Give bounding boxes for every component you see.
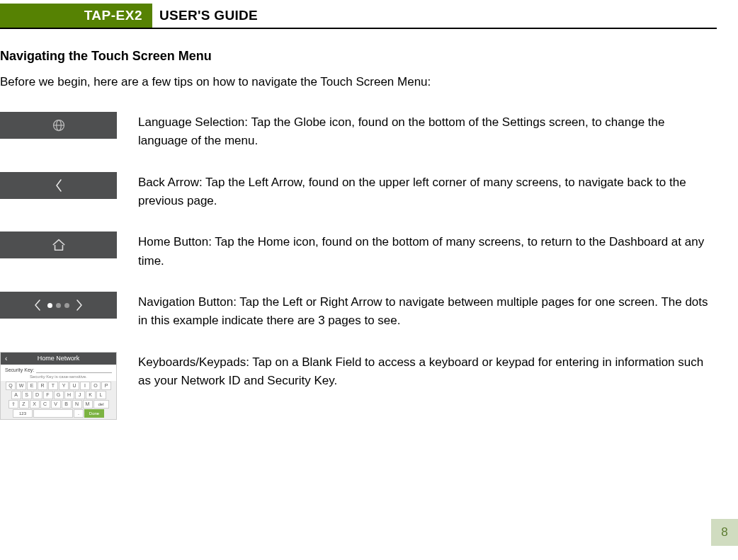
page-header: TAP-EX2 USER'S GUIDE — [0, 4, 717, 29]
item-desc: Home Button: Tap the Home icon, found on… — [138, 232, 717, 270]
nav-button-thumb — [0, 292, 117, 319]
key: G — [54, 391, 64, 399]
home-icon — [51, 238, 67, 252]
key: X — [30, 400, 40, 408]
key: del — [93, 400, 109, 408]
key: V — [51, 400, 61, 408]
item-navigation-button: Navigation Button: Tap the Left or Right… — [0, 292, 717, 331]
chevron-right-icon — [75, 298, 84, 312]
product-tab: TAP-EX2 — [0, 4, 152, 28]
key-num: 123 — [13, 409, 33, 418]
keyboard-thumb: ‹ Home Network Security Key: Security Ke… — [0, 352, 117, 420]
key: N — [72, 400, 82, 408]
key: E — [27, 382, 37, 390]
item-keyboard: ‹ Home Network Security Key: Security Ke… — [0, 352, 717, 420]
keyboard-field-value — [36, 367, 112, 373]
chevron-left-icon — [33, 298, 42, 312]
key: R — [38, 382, 47, 390]
key: Q — [6, 382, 16, 390]
key: J — [75, 391, 85, 399]
dot-inactive — [56, 303, 61, 308]
intro-text: Before we begin, here are a few tips on … — [0, 75, 717, 89]
keyboard-title: Home Network — [1, 355, 116, 362]
key: K — [86, 391, 96, 399]
key: F — [43, 391, 53, 399]
key: B — [62, 400, 72, 408]
key: O — [91, 382, 101, 390]
dot-active — [47, 303, 52, 308]
page-number: 8 — [711, 519, 738, 546]
key: . — [74, 409, 84, 418]
globe-icon — [52, 118, 66, 132]
key: M — [83, 400, 93, 408]
keyboard-keys: QWERTYUIOP ASDFGHJKL ⇧ZXCVBNMdel 123.Don… — [1, 381, 116, 419]
back-button-thumb — [0, 172, 117, 199]
key: A — [11, 391, 21, 399]
key: W — [16, 382, 26, 390]
chevron-left-icon — [54, 178, 64, 193]
item-language-selection: Language Selection: Tap the Globe icon, … — [0, 112, 717, 151]
key: H — [64, 391, 74, 399]
item-desc: Language Selection: Tap the Globe icon, … — [138, 112, 717, 151]
key: S — [22, 391, 32, 399]
section-title: Navigating the Touch Screen Menu — [0, 49, 717, 64]
key-done: Done — [84, 409, 104, 418]
key-space — [33, 409, 73, 418]
dot-inactive — [64, 303, 69, 308]
keyboard-field-label: Security Key: — [5, 367, 34, 372]
key: Y — [59, 382, 69, 390]
item-home-button: Home Button: Tap the Home icon, found on… — [0, 232, 717, 270]
home-button-thumb — [0, 232, 117, 258]
guide-title: USER'S GUIDE — [159, 4, 258, 28]
key: ⇧ — [8, 400, 18, 408]
item-back-arrow: Back Arrow: Tap the Left Arrow, found on… — [0, 172, 717, 211]
key: P — [101, 382, 111, 390]
item-desc: Keyboards/Keypads: Tap on a Blank Field … — [138, 352, 717, 391]
item-desc: Back Arrow: Tap the Left Arrow, found on… — [138, 172, 717, 211]
key: C — [40, 400, 50, 408]
key: T — [48, 382, 58, 390]
key: D — [33, 391, 42, 399]
key: I — [80, 382, 90, 390]
item-desc: Navigation Button: Tap the Left or Right… — [138, 292, 717, 331]
key: U — [69, 382, 79, 390]
key: Z — [19, 400, 29, 408]
key: L — [96, 391, 106, 399]
page-dots — [47, 303, 69, 308]
globe-button-thumb — [0, 112, 117, 139]
keyboard-note: Security Key is case-sensitive. — [1, 375, 116, 381]
